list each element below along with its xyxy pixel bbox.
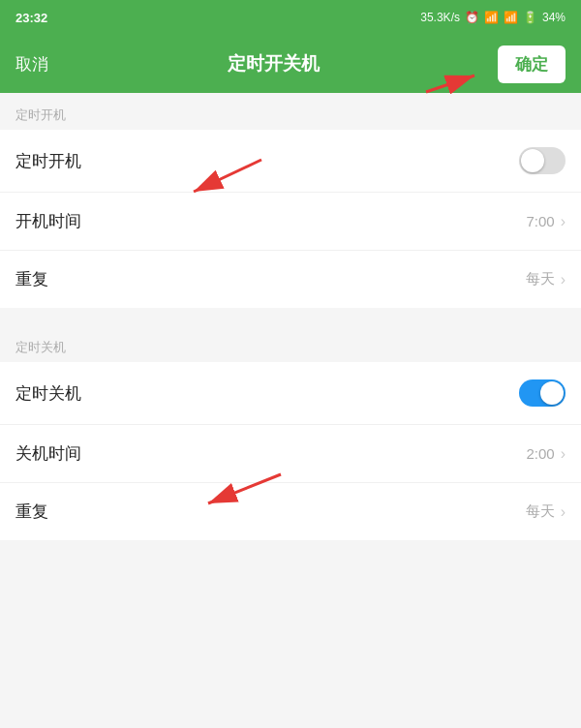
power-on-section-label: 定时开机	[0, 93, 581, 130]
status-time: 23:32	[15, 11, 47, 25]
power-on-toggle-row: 定时开机	[0, 130, 581, 193]
power-on-time-label: 开机时间	[15, 210, 81, 232]
power-off-toggle[interactable]	[519, 379, 566, 407]
power-on-toggle[interactable]	[519, 147, 566, 174]
power-on-card: 定时开机 开机时间 7:00 › 重复 每天 ›	[0, 130, 581, 308]
power-off-time-value: 2:00	[526, 445, 554, 462]
page-title: 定时开关机	[228, 51, 320, 76]
power-on-repeat-row[interactable]: 重复 每天 ›	[0, 251, 581, 308]
power-off-time-row[interactable]: 关机时间 2:00 ›	[0, 425, 581, 483]
power-on-time-value: 7:00	[526, 213, 554, 229]
alarm-icon: ⏰	[465, 11, 479, 24]
power-off-card: 定时关机 关机时间 2:00 › 重复 每天 ›	[0, 362, 581, 540]
signal-icon: 📶	[504, 11, 518, 24]
power-on-time-chevron: ›	[561, 213, 566, 230]
status-bar: 23:32 35.3K/s ⏰ 📶 📶 🔋 34%	[0, 0, 581, 35]
content: 定时开机 定时开机 开机时间 7:00 › 重复 每天 › 定时关机 定时关机	[0, 93, 581, 728]
power-off-repeat-row[interactable]: 重复 每天 ›	[0, 483, 581, 540]
power-on-repeat-right: 每天 ›	[526, 270, 566, 288]
power-on-repeat-label: 重复	[15, 268, 48, 290]
battery-icon: 🔋	[523, 11, 537, 24]
confirm-button[interactable]: 确定	[498, 46, 566, 83]
power-off-repeat-right: 每天 ›	[526, 502, 566, 521]
wifi-icon: 📶	[484, 11, 499, 24]
power-off-section-label: 定时关机	[0, 325, 581, 362]
status-right: 35.3K/s ⏰ 📶 📶 🔋 34%	[420, 11, 566, 24]
power-on-time-row[interactable]: 开机时间 7:00 ›	[0, 193, 581, 251]
power-on-toggle-label: 定时开机	[15, 150, 81, 172]
power-off-repeat-label: 重复	[15, 500, 48, 523]
power-on-repeat-chevron: ›	[561, 271, 566, 288]
power-on-time-right: 7:00 ›	[526, 213, 566, 230]
power-on-toggle-knob	[521, 149, 544, 172]
network-speed: 35.3K/s	[420, 11, 460, 24]
power-off-toggle-row: 定时关机	[0, 362, 581, 425]
power-off-repeat-chevron: ›	[561, 503, 566, 521]
section-separator	[0, 308, 581, 325]
power-off-toggle-knob	[540, 381, 564, 405]
power-off-time-right: 2:00 ›	[526, 445, 566, 463]
power-off-time-chevron: ›	[561, 445, 566, 463]
power-off-repeat-value: 每天	[526, 502, 555, 521]
power-off-time-label: 关机时间	[15, 442, 81, 465]
header: 取消 定时开关机 确定	[0, 35, 581, 93]
cancel-button[interactable]: 取消	[15, 53, 48, 76]
power-on-repeat-value: 每天	[526, 270, 555, 288]
battery-percent: 34%	[542, 11, 566, 24]
power-off-toggle-label: 定时关机	[15, 382, 81, 405]
